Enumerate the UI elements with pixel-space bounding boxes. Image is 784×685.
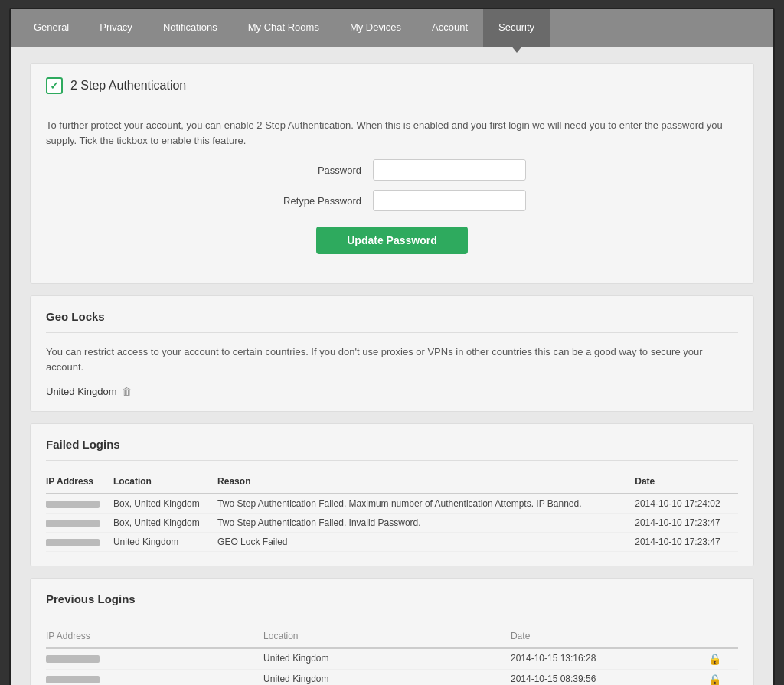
cell-ip — [46, 670, 263, 686]
tab-general[interactable]: General — [18, 9, 84, 47]
failed-logins-title: Failed Logins — [46, 438, 738, 451]
cell-ip — [46, 494, 113, 514]
two-step-checkbox[interactable]: ✓ — [46, 77, 63, 94]
divider-3 — [46, 460, 738, 461]
retype-password-input[interactable] — [373, 190, 526, 211]
tab-security[interactable]: Security — [483, 9, 550, 47]
tab-privacy[interactable]: Privacy — [84, 9, 148, 47]
cell-ip — [46, 648, 263, 670]
table-row: Box, United Kingdom Two Step Authenticat… — [46, 494, 738, 514]
tab-account[interactable]: Account — [416, 9, 483, 47]
previous-logins-title: Previous Logins — [46, 592, 738, 605]
cell-reason: Two Step Authentication Failed. Maximum … — [217, 494, 635, 514]
divider-2 — [46, 332, 738, 333]
cell-location: Box, United Kingdom — [113, 494, 217, 514]
retype-password-row: Retype Password — [46, 190, 738, 211]
lock-icon: 🔒 — [708, 674, 721, 685]
tab-my-chat-rooms[interactable]: My Chat Rooms — [233, 9, 335, 47]
two-step-header: ✓ 2 Step Authentication — [46, 77, 738, 94]
failed-logins-table: IP Address Location Reason Date Box, Uni… — [46, 472, 738, 552]
divider-4 — [46, 615, 738, 615]
cell-reason: Two Step Authentication Failed. Invalid … — [217, 514, 635, 533]
geo-locks-section: Geo Locks You can restrict access to you… — [30, 295, 754, 412]
password-input[interactable] — [373, 159, 526, 181]
cell-ip — [46, 514, 113, 533]
delete-geo-icon[interactable]: 🗑 — [122, 386, 132, 397]
cell-location: United Kingdom — [263, 648, 511, 670]
tab-bar: General Privacy Notifications My Chat Ro… — [11, 9, 773, 47]
table-row: United Kingdom GEO Lock Failed 2014-10-1… — [46, 533, 738, 552]
table-row: Box, United Kingdom Two Step Authenticat… — [46, 514, 738, 533]
divider-1 — [46, 106, 738, 106]
col-date: Date — [635, 472, 738, 494]
failed-logins-header-row: IP Address Location Reason Date — [46, 472, 738, 494]
content-area: ✓ 2 Step Authentication To further prote… — [11, 47, 773, 685]
password-label: Password — [258, 165, 373, 176]
lock-icon: 🔒 — [708, 653, 721, 665]
prev-col-ip: IP Address — [46, 627, 263, 648]
cell-reason: GEO Lock Failed — [217, 533, 635, 552]
cell-date: 2014-10-10 17:23:47 — [635, 514, 738, 533]
col-reason: Reason — [217, 472, 635, 494]
table-row: United Kingdom 2014-10-15 13:16:28 🔒 — [46, 648, 738, 670]
geo-entry: United Kingdom 🗑 — [46, 386, 738, 397]
cell-lock: 🔒 — [708, 648, 738, 670]
cell-date: 2014-10-10 17:24:02 — [635, 494, 738, 514]
col-ip: IP Address — [46, 472, 113, 494]
two-step-auth-section: ✓ 2 Step Authentication To further prote… — [30, 63, 754, 284]
cell-location: United Kingdom — [263, 670, 511, 686]
tab-my-devices[interactable]: My Devices — [335, 9, 416, 47]
main-window: General Privacy Notifications My Chat Ro… — [9, 8, 775, 685]
previous-logins-table: IP Address Location Date United Kingdom … — [46, 627, 738, 685]
cell-date: 2014-10-10 17:23:47 — [635, 533, 738, 552]
col-location: Location — [113, 472, 217, 494]
geo-country: United Kingdom — [46, 386, 117, 397]
geo-locks-title: Geo Locks — [46, 310, 738, 323]
prev-col-date: Date — [511, 627, 708, 648]
cell-date: 2014-10-15 13:16:28 — [511, 648, 708, 670]
previous-logins-header-row: IP Address Location Date — [46, 627, 738, 648]
cell-ip — [46, 533, 113, 552]
cell-date: 2014-10-15 08:39:56 — [511, 670, 708, 686]
previous-logins-section: Previous Logins IP Address Location Date… — [30, 578, 754, 685]
cell-location: United Kingdom — [113, 533, 217, 552]
password-row: Password — [46, 159, 738, 181]
failed-logins-section: Failed Logins IP Address Location Reason… — [30, 423, 754, 566]
cell-lock: 🔒 — [708, 670, 738, 686]
prev-col-location: Location — [263, 627, 511, 648]
two-step-title: 2 Step Authentication — [70, 79, 186, 93]
table-row: United Kingdom 2014-10-15 08:39:56 🔒 — [46, 670, 738, 686]
prev-col-icon — [708, 627, 738, 648]
two-step-description: To further protect your account, you can… — [46, 118, 738, 148]
cell-location: Box, United Kingdom — [113, 514, 217, 533]
update-password-button[interactable]: Update Password — [316, 227, 467, 254]
geo-locks-description: You can restrict access to your account … — [46, 344, 738, 374]
tab-notifications[interactable]: Notifications — [148, 9, 233, 47]
retype-password-label: Retype Password — [258, 195, 373, 207]
